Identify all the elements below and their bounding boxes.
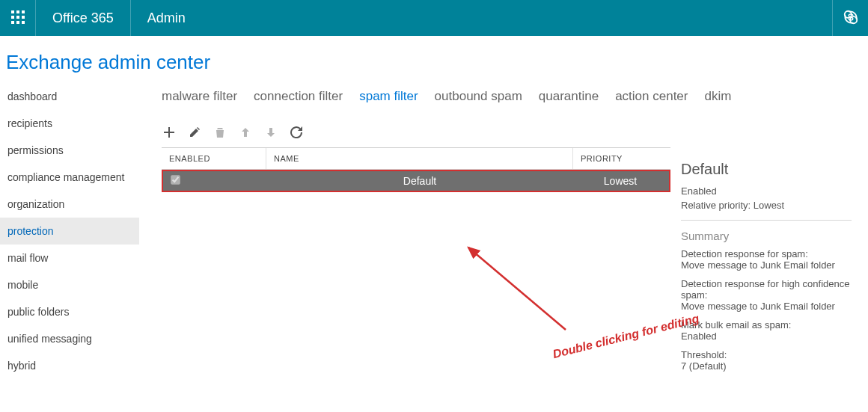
summary-value: 7 (Default) [681,360,852,372]
table-row[interactable]: Default Lowest [163,171,669,191]
summary-item: Detection response for spam: Move messag… [681,248,852,271]
svg-rect-8 [22,21,25,24]
sidebar-item-hybrid[interactable]: hybrid [0,352,139,379]
main: dashboard recipients permissions complia… [0,83,868,379]
summary-key: Detection response for high confidence s… [681,278,852,301]
page-title: Exchange admin center [0,36,868,83]
sidebar-item-permissions[interactable]: permissions [0,137,139,164]
tab-action-center[interactable]: action center [615,89,688,104]
svg-rect-0 [11,10,14,13]
tab-dkim[interactable]: dkim [704,89,731,104]
refresh-icon [290,126,302,138]
svg-rect-4 [16,16,19,19]
col-enabled[interactable]: ENABLED [162,148,266,169]
sidebar-item-organization[interactable]: organization [0,191,139,218]
selected-row-highlight: Default Lowest [162,170,670,192]
svg-rect-5 [22,16,25,19]
subtabs: malware filter connection filter spam fi… [162,83,858,122]
sidebar-item-mail-flow[interactable]: mail flow [0,245,139,271]
brand-label[interactable]: Office 365 [36,0,131,36]
summary-item: Mark bulk email as spam: Enabled [681,319,852,342]
spacer [202,0,832,36]
sidebar-item-dashboard[interactable]: dashboard [0,83,139,110]
col-name[interactable]: NAME [266,148,573,169]
cell-name: Default [268,172,572,190]
tab-quarantine[interactable]: quarantine [539,89,599,104]
svg-rect-6 [11,21,14,24]
pencil-icon [189,126,201,138]
svg-rect-1 [16,10,19,13]
sidebar-item-protection[interactable]: protection [0,218,139,245]
sidebar-item-public-folders[interactable]: public folders [0,298,139,325]
delete-button [213,125,227,140]
svg-rect-3 [11,16,14,19]
skype-button[interactable] [832,0,868,36]
sidebar-item-recipients[interactable]: recipients [0,110,139,137]
col-priority[interactable]: PRIORITY [573,148,670,169]
table-and-details: ENABLED NAME PRIORITY Default Lowest [162,147,858,379]
summary-value: Move message to Junk Email folder [681,301,852,312]
enabled-checkbox [171,175,180,185]
summary-value: Move message to Junk Email folder [681,259,852,271]
details-priority: Relative priority: Lowest [681,200,852,211]
tab-malware-filter[interactable]: malware filter [162,89,237,104]
cell-enabled [163,172,268,190]
summary-key: Mark bulk email as spam: [681,319,852,330]
move-up-button [238,125,253,140]
summary-value: Enabled [681,330,852,342]
sidebar: dashboard recipients permissions complia… [0,83,139,379]
summary-item: Threshold: 7 (Default) [681,349,852,372]
summary-item: Detection response for high confidence s… [681,278,852,312]
toolbar [162,122,858,147]
edit-button[interactable] [187,125,202,140]
content: malware filter connection filter spam fi… [139,83,868,379]
move-down-button [263,125,278,140]
details-status: Enabled [681,185,852,197]
refresh-button[interactable] [289,125,304,140]
details-pane: Default Enabled Relative priority: Lowes… [670,147,858,379]
top-bar: Office 365 Admin [0,0,868,36]
sidebar-item-compliance-management[interactable]: compliance management [0,164,139,191]
waffle-icon [11,10,25,26]
svg-rect-7 [16,21,19,24]
policy-table: ENABLED NAME PRIORITY Default Lowest [162,147,670,379]
app-label[interactable]: Admin [131,0,202,36]
app-launcher-button[interactable] [0,0,36,36]
tab-outbound-spam[interactable]: outbound spam [435,89,522,104]
tab-connection-filter[interactable]: connection filter [254,89,343,104]
summary-key: Threshold: [681,349,852,360]
table-header: ENABLED NAME PRIORITY [162,148,670,170]
trash-icon [214,126,226,138]
arrow-down-icon [265,126,277,138]
svg-rect-2 [22,10,25,13]
sidebar-item-mobile[interactable]: mobile [0,271,139,298]
divider [681,220,852,221]
plus-icon [163,126,175,138]
summary-key: Detection response for spam: [681,248,852,259]
arrow-up-icon [239,126,251,138]
details-priority-value: Lowest [754,200,784,211]
details-title: Default [681,161,852,178]
details-priority-label: Relative priority: [681,200,751,211]
summary-heading: Summary [681,230,852,242]
sidebar-item-unified-messaging[interactable]: unified messaging [0,325,139,352]
cell-priority: Lowest [572,172,669,190]
skype-icon [843,9,859,28]
add-button[interactable] [162,125,177,140]
tab-spam-filter[interactable]: spam filter [359,89,418,104]
